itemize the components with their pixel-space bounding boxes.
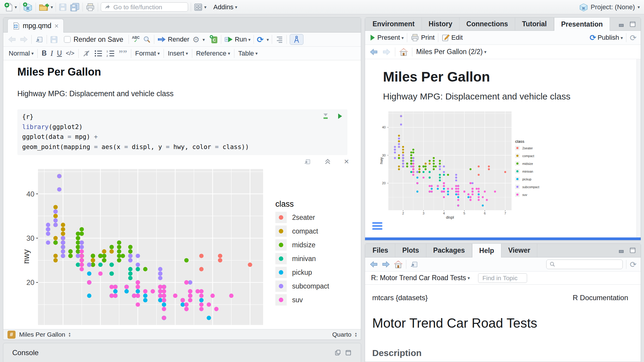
print-presentation-button[interactable]: Print bbox=[410, 33, 434, 42]
bold-button[interactable]: B bbox=[42, 49, 47, 57]
underline-button[interactable]: U bbox=[57, 49, 62, 57]
run-chunk-icon[interactable] bbox=[337, 113, 343, 119]
open-file-caret[interactable]: ▾ bbox=[51, 5, 53, 9]
console-header[interactable]: Console bbox=[3, 343, 361, 362]
tab-plots[interactable]: Plots bbox=[395, 244, 426, 257]
publish-caret[interactable]: ▾ bbox=[621, 36, 623, 40]
maximize-pane-icon[interactable] bbox=[629, 247, 636, 254]
editor-tab-mpg-qmd[interactable]: mpg.qmd × bbox=[7, 19, 64, 33]
search-icon[interactable] bbox=[143, 35, 151, 44]
close-icon[interactable]: × bbox=[54, 22, 59, 30]
svg-text:midsize: midsize bbox=[292, 241, 315, 249]
help-content[interactable]: mtcars {datasets} R Documentation Motor … bbox=[365, 285, 641, 362]
publish-button[interactable]: ⟳ Publish ▾ bbox=[590, 34, 623, 42]
italic-button[interactable]: I bbox=[51, 49, 53, 58]
popout-output-icon[interactable] bbox=[303, 158, 311, 165]
render-settings-caret[interactable]: ▾ bbox=[203, 37, 205, 42]
reference-menu[interactable]: Reference▾ bbox=[196, 50, 230, 57]
help-popout-icon[interactable] bbox=[410, 260, 419, 269]
slide-forward-icon[interactable] bbox=[382, 48, 391, 56]
help-search-input[interactable] bbox=[546, 260, 623, 269]
paragraph-style-menu[interactable]: Normal ▾ bbox=[9, 50, 33, 57]
save-all-button[interactable] bbox=[70, 3, 80, 12]
visual-editor-toggle[interactable] bbox=[290, 34, 303, 45]
project-menu[interactable]: R Project: (None) ▾ bbox=[579, 3, 640, 12]
r-code-chunk[interactable]: {r}library(ggplot2)ggplot(data = mpg) + … bbox=[17, 109, 347, 155]
clear-format-icon[interactable]: T bbox=[83, 50, 90, 57]
help-topic-menu[interactable]: R: Motor Trend Car Road Tests ▾ bbox=[371, 274, 470, 282]
code-button[interactable]: </> bbox=[66, 50, 74, 57]
new-file-caret[interactable]: ▾ bbox=[15, 5, 17, 9]
slide-select-menu[interactable]: Miles Per Gallon (2/2) ▾ bbox=[416, 48, 486, 56]
open-file-button[interactable]: ▾ bbox=[39, 3, 53, 12]
print-button[interactable] bbox=[86, 3, 95, 12]
pane-resize-highlight[interactable] bbox=[365, 237, 641, 240]
panes-caret[interactable]: ▾ bbox=[204, 5, 207, 9]
popout-icon[interactable] bbox=[35, 35, 44, 44]
slide-back-icon[interactable] bbox=[369, 48, 378, 56]
slide-menu-icon[interactable] bbox=[372, 222, 382, 230]
language-mode-label[interactable]: Quarto bbox=[332, 331, 351, 338]
workspace-panes-button[interactable]: ▾ bbox=[194, 3, 207, 11]
numbered-list-icon[interactable]: 12 bbox=[106, 50, 115, 57]
run-chunks-above-icon[interactable] bbox=[322, 113, 329, 120]
clear-output-icon[interactable]: × bbox=[344, 157, 349, 166]
help-forward-icon[interactable] bbox=[381, 260, 390, 269]
console-popout-icon[interactable] bbox=[333, 349, 341, 356]
save-button[interactable] bbox=[59, 3, 67, 11]
slide-scrollbar[interactable] bbox=[637, 59, 641, 237]
maximize-pane-icon[interactable] bbox=[629, 21, 636, 27]
help-refresh-icon[interactable]: ⟳ bbox=[630, 260, 637, 269]
blockquote-button[interactable]: ”” bbox=[119, 51, 127, 56]
render-on-save-checkbox[interactable] bbox=[64, 36, 71, 43]
home-icon[interactable] bbox=[399, 48, 408, 56]
refresh-icon[interactable]: ⟳ bbox=[630, 34, 637, 42]
edit-presentation-button[interactable]: Edit bbox=[442, 33, 463, 42]
new-project-button[interactable]: R bbox=[23, 2, 33, 12]
help-home-icon[interactable] bbox=[394, 260, 403, 269]
rerun-icon[interactable]: ⟳ bbox=[257, 36, 264, 44]
outline-icon[interactable] bbox=[275, 36, 283, 43]
tab-history[interactable]: History bbox=[422, 18, 460, 30]
section-jump-arrows-icon[interactable]: ▴▾ bbox=[69, 332, 71, 337]
tab-packages[interactable]: Packages bbox=[426, 244, 472, 257]
forward-icon[interactable] bbox=[19, 35, 28, 44]
tab-tutorial[interactable]: Tutorial bbox=[515, 18, 554, 30]
back-icon[interactable] bbox=[7, 35, 16, 44]
find-in-topic-input[interactable]: Find in Topic bbox=[478, 273, 527, 283]
tab-presentation[interactable]: Presentation bbox=[554, 18, 610, 31]
table-menu[interactable]: Table▾ bbox=[238, 50, 258, 57]
addins-menu[interactable]: Addins ▾ bbox=[213, 3, 237, 11]
help-back-icon[interactable] bbox=[369, 260, 378, 269]
section-jump-label[interactable]: Miles Per Gallon bbox=[19, 331, 65, 338]
new-file-button[interactable]: ▾ bbox=[4, 2, 17, 12]
present-caret[interactable]: ▾ bbox=[402, 36, 404, 40]
collapse-output-icon[interactable] bbox=[324, 158, 332, 165]
minimize-pane-icon[interactable] bbox=[619, 21, 626, 27]
tab-help[interactable]: Help bbox=[472, 244, 501, 257]
bullet-list-icon[interactable] bbox=[94, 50, 103, 57]
goto-file-search[interactable]: Go to file/function bbox=[101, 2, 188, 12]
save-icon[interactable] bbox=[50, 36, 58, 44]
tab-files[interactable]: Files bbox=[366, 244, 395, 257]
spellcheck-button[interactable]: ABC ✓ bbox=[132, 36, 140, 43]
mode-arrows-icon[interactable]: ▴▾ bbox=[355, 332, 357, 337]
run-button[interactable]: Run ▾ bbox=[224, 36, 251, 43]
rerun-caret[interactable]: ▾ bbox=[267, 37, 269, 42]
divider bbox=[129, 35, 129, 44]
present-button[interactable]: Present ▾ bbox=[369, 34, 404, 42]
help-page-ref: mtcars {datasets} bbox=[372, 294, 428, 302]
insert-chunk-button[interactable]: C bbox=[210, 35, 218, 44]
tab-environment[interactable]: Environment bbox=[366, 18, 422, 30]
run-caret[interactable]: ▾ bbox=[248, 37, 251, 42]
insert-menu[interactable]: Insert▾ bbox=[168, 50, 188, 57]
console-maximize-icon[interactable] bbox=[345, 349, 352, 356]
tab-connections[interactable]: Connections bbox=[460, 18, 515, 30]
minimize-pane-icon[interactable] bbox=[619, 247, 626, 253]
document-canvas[interactable]: Miles Per Gallon Highway MPG: Displaceme… bbox=[3, 60, 361, 329]
presentation-slide[interactable]: Miles Per Gallon Highway MPG: Displaceme… bbox=[365, 59, 641, 237]
format-menu[interactable]: Format▾ bbox=[135, 50, 160, 57]
tab-viewer[interactable]: Viewer bbox=[501, 244, 538, 257]
gear-icon[interactable]: ⚙ bbox=[192, 36, 199, 44]
render-button[interactable]: Render bbox=[157, 36, 189, 43]
